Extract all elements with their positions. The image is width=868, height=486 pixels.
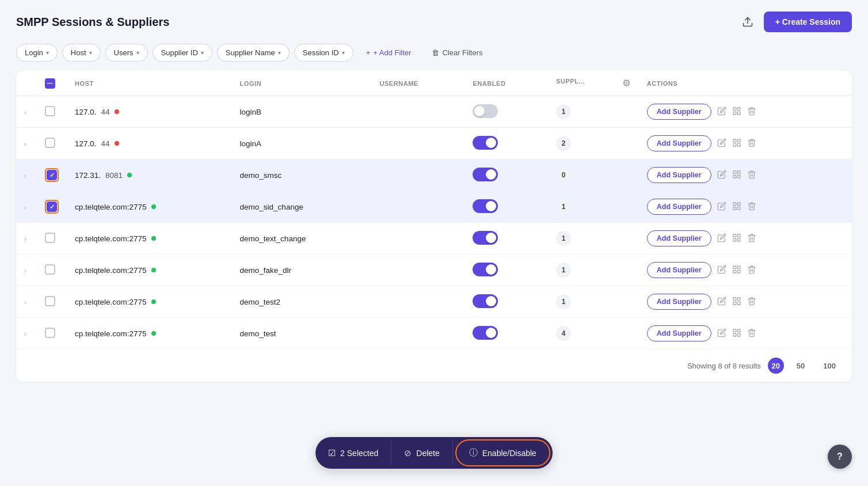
add-supplier-button[interactable]: Add Supplier <box>647 199 711 215</box>
enabled-toggle[interactable] <box>473 168 498 181</box>
page-size-50[interactable]: 50 <box>791 359 810 373</box>
enabled-cell[interactable] <box>465 96 548 128</box>
settings-icon[interactable] <box>732 202 741 212</box>
add-supplier-button[interactable]: Add Supplier <box>647 325 711 341</box>
enabled-cell[interactable] <box>465 286 548 318</box>
delete-icon[interactable] <box>747 328 756 339</box>
checkbox-cell[interactable] <box>37 128 67 160</box>
col-checkbox-header[interactable] <box>37 71 67 96</box>
enabled-cell[interactable] <box>465 191 548 223</box>
checkbox-cell[interactable] <box>37 286 67 318</box>
expand-cell[interactable]: › <box>16 318 37 350</box>
chevron-right-icon[interactable]: › <box>24 172 26 179</box>
expand-cell[interactable]: › <box>16 160 37 191</box>
delete-icon[interactable] <box>747 265 756 276</box>
enabled-toggle[interactable] <box>473 104 498 118</box>
filter-session-id[interactable]: Session ID ▾ <box>294 44 353 62</box>
enabled-cell[interactable] <box>465 223 548 255</box>
edit-icon[interactable] <box>717 328 726 339</box>
export-button[interactable] <box>737 12 758 32</box>
enabled-toggle[interactable] <box>473 199 498 213</box>
create-session-button[interactable]: + Create Session <box>764 12 852 32</box>
page-size-20[interactable]: 20 <box>768 358 784 374</box>
row-checkbox[interactable] <box>47 202 57 212</box>
add-supplier-button[interactable]: Add Supplier <box>647 104 711 120</box>
chevron-right-icon[interactable]: › <box>24 267 26 274</box>
expand-cell[interactable]: › <box>16 128 37 160</box>
enabled-toggle[interactable] <box>473 263 498 276</box>
enabled-toggle[interactable] <box>473 136 498 150</box>
edit-icon[interactable] <box>717 170 726 181</box>
enabled-toggle[interactable] <box>473 326 498 340</box>
enabled-cell[interactable] <box>465 160 548 191</box>
add-filter-button[interactable]: + + Add Filter <box>358 44 420 61</box>
enabled-toggle[interactable] <box>473 231 498 245</box>
row-checkbox[interactable] <box>45 138 55 148</box>
help-button[interactable]: ? <box>828 445 852 469</box>
chevron-right-icon[interactable]: › <box>24 109 26 116</box>
page-size-100[interactable]: 100 <box>817 359 842 373</box>
edit-icon[interactable] <box>717 202 726 212</box>
settings-icon[interactable] <box>732 107 741 117</box>
add-supplier-button[interactable]: Add Supplier <box>647 135 711 151</box>
edit-icon[interactable] <box>717 297 726 307</box>
row-checkbox[interactable] <box>45 264 55 275</box>
expand-cell[interactable]: › <box>16 286 37 318</box>
checkbox-cell[interactable] <box>37 191 67 223</box>
row-checkbox[interactable] <box>45 233 55 243</box>
filter-login[interactable]: Login ▾ <box>16 44 58 62</box>
add-supplier-button[interactable]: Add Supplier <box>647 230 711 246</box>
edit-icon[interactable] <box>717 233 726 244</box>
settings-icon[interactable] <box>732 170 741 181</box>
edit-icon[interactable] <box>717 107 726 117</box>
delete-icon[interactable] <box>747 233 756 244</box>
chevron-right-icon[interactable]: › <box>24 204 26 211</box>
enabled-cell[interactable] <box>465 128 548 160</box>
filter-users[interactable]: Users ▾ <box>105 44 148 62</box>
enabled-cell[interactable] <box>465 318 548 350</box>
enable-disable-section[interactable]: ⓘ Enable/Disable <box>455 439 550 466</box>
filter-supplier-name[interactable]: Supplier Name ▾ <box>217 44 290 62</box>
delete-icon[interactable] <box>747 138 756 149</box>
delete-section[interactable]: ⊘ Delete <box>391 441 452 465</box>
expand-cell[interactable]: › <box>16 255 37 286</box>
expand-cell[interactable]: › <box>16 191 37 223</box>
chevron-right-icon[interactable]: › <box>24 331 26 337</box>
settings-icon[interactable] <box>732 297 741 307</box>
gear-icon[interactable]: ⚙ <box>622 78 631 89</box>
chevron-right-icon[interactable]: › <box>24 141 26 147</box>
settings-icon[interactable] <box>732 328 741 339</box>
delete-icon[interactable] <box>747 202 756 212</box>
chevron-right-icon[interactable]: › <box>24 236 26 242</box>
delete-icon[interactable] <box>747 107 756 117</box>
row-checkbox[interactable] <box>45 296 55 306</box>
row-checkbox[interactable] <box>45 106 55 116</box>
row-checkbox[interactable] <box>47 170 57 180</box>
checkbox-cell[interactable] <box>37 318 67 350</box>
expand-cell[interactable]: › <box>16 223 37 255</box>
select-all-checkbox[interactable] <box>45 78 55 89</box>
checkbox-cell[interactable] <box>37 223 67 255</box>
checkbox-cell[interactable] <box>37 255 67 286</box>
expand-cell[interactable]: › <box>16 96 37 128</box>
filter-host[interactable]: Host ▾ <box>62 44 101 62</box>
add-supplier-button[interactable]: Add Supplier <box>647 167 711 183</box>
add-supplier-button[interactable]: Add Supplier <box>647 262 711 278</box>
settings-icon[interactable] <box>732 138 741 149</box>
chevron-right-icon[interactable]: › <box>24 299 26 306</box>
checkbox-cell[interactable] <box>37 96 67 128</box>
settings-icon[interactable] <box>732 233 741 244</box>
add-supplier-button[interactable]: Add Supplier <box>647 294 711 310</box>
checkbox-cell[interactable] <box>37 160 67 191</box>
clear-filters-button[interactable]: 🗑 Clear Filters <box>424 44 490 61</box>
enabled-cell[interactable] <box>465 255 548 286</box>
edit-icon[interactable] <box>717 265 726 276</box>
status-dot <box>151 204 156 209</box>
settings-icon[interactable] <box>732 265 741 276</box>
filter-supplier-id[interactable]: Supplier ID ▾ <box>153 44 212 62</box>
delete-icon[interactable] <box>747 170 756 181</box>
edit-icon[interactable] <box>717 138 726 149</box>
delete-icon[interactable] <box>747 297 756 307</box>
row-checkbox[interactable] <box>45 328 55 338</box>
enabled-toggle[interactable] <box>473 294 498 308</box>
